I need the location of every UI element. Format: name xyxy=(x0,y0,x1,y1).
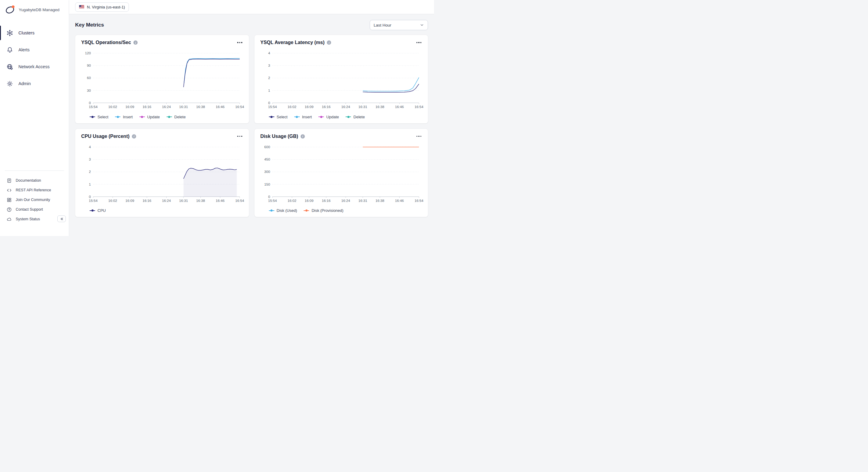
legend-label: Delete xyxy=(353,115,365,119)
chart-canvas: 0123415:5416:0216:0916:1616:2416:3116:38… xyxy=(81,141,243,207)
chevron-down-icon xyxy=(420,23,424,27)
chart-cpu-usage: 0123415:5416:0216:0916:1616:2416:3116:38… xyxy=(81,141,243,207)
svg-text:16:46: 16:46 xyxy=(395,198,404,202)
card-menu-button[interactable] xyxy=(416,40,422,45)
svg-text:300: 300 xyxy=(264,169,270,174)
legend-item-insert[interactable]: Insert xyxy=(115,115,133,119)
yugabytedb-logo-icon xyxy=(4,4,16,15)
legend-label: Insert xyxy=(302,115,312,119)
sidebar-link-join-our-community[interactable]: Join Our Community xyxy=(0,195,69,204)
sidebar-item-clusters[interactable]: Clusters xyxy=(0,25,69,41)
sidebar: YugabyteDB Managed Clusters xyxy=(0,0,69,236)
info-icon[interactable]: i xyxy=(132,134,136,138)
svg-text:120: 120 xyxy=(85,51,91,55)
primary-nav: Clusters Alerts Network Access xyxy=(0,25,69,92)
legend-item-update[interactable]: Update xyxy=(140,115,160,119)
sidebar-link-documentation[interactable]: Documentation xyxy=(0,176,69,185)
sidebar-item-label: Network Access xyxy=(19,64,50,69)
svg-text:1: 1 xyxy=(89,182,91,186)
svg-text:15:54: 15:54 xyxy=(268,105,277,108)
page-title: Key Metrics xyxy=(75,22,104,28)
metric-card-cpu-usage: CPU Usage (Percent) i 0123415:5416:0216:… xyxy=(75,129,249,217)
chart-disk-usage: 015030045060015:5416:0216:0916:1616:2416… xyxy=(260,141,422,207)
clusters-icon xyxy=(6,30,13,36)
card-menu-button[interactable] xyxy=(237,40,243,45)
svg-text:600: 600 xyxy=(264,145,270,149)
metric-card-disk-usage: Disk Usage (GB) i 015030045060015:5416:0… xyxy=(254,129,428,217)
info-icon[interactable]: i xyxy=(301,134,305,138)
legend-item-insert[interactable]: Insert xyxy=(294,115,312,119)
brand-logo-row[interactable]: YugabyteDB Managed xyxy=(0,0,69,18)
svg-text:16:31: 16:31 xyxy=(358,198,367,202)
sidebar-item-label: Clusters xyxy=(19,30,34,35)
legend-item-select[interactable]: Select xyxy=(269,115,288,119)
svg-text:0: 0 xyxy=(89,194,91,198)
legend-item-disk-used[interactable]: Disk (Used) xyxy=(269,208,297,213)
sidebar-link-label: Join Our Community xyxy=(16,198,50,202)
series-marker-icon xyxy=(90,209,95,212)
legend-label: Update xyxy=(147,115,160,119)
series-marker-icon xyxy=(318,116,324,118)
chart-canvas: 030609012015:5416:0216:0916:1616:2416:31… xyxy=(81,47,243,113)
svg-text:15:54: 15:54 xyxy=(89,105,98,108)
svg-text:16:31: 16:31 xyxy=(358,105,367,108)
svg-text:16:24: 16:24 xyxy=(341,198,350,202)
svg-text:16:54: 16:54 xyxy=(414,105,424,108)
region-selector-chip[interactable]: N. Virginia (us-east-1) xyxy=(75,2,129,12)
svg-text:16:02: 16:02 xyxy=(287,198,296,202)
sidebar-collapse-button[interactable] xyxy=(57,216,66,222)
legend-item-select[interactable]: Select xyxy=(90,115,108,119)
chart-legend: SelectInsertUpdateDelete xyxy=(269,115,422,119)
svg-text:16:02: 16:02 xyxy=(108,198,117,202)
svg-text:150: 150 xyxy=(264,182,270,186)
legend-item-delete[interactable]: Delete xyxy=(166,115,186,119)
metric-card-ysql-latency: YSQL Average Latency (ms) i 0123415:5416… xyxy=(254,35,428,123)
series-marker-icon xyxy=(304,209,309,212)
series-marker-icon xyxy=(269,116,274,118)
svg-text:16:38: 16:38 xyxy=(375,105,384,108)
svg-text:16:09: 16:09 xyxy=(126,105,134,108)
info-icon[interactable]: i xyxy=(133,40,137,45)
double-chevron-left-icon xyxy=(60,217,64,221)
legend-label: Select xyxy=(97,115,108,119)
svg-text:16:02: 16:02 xyxy=(287,105,296,108)
sidebar-link-rest-api-reference[interactable]: REST API Reference xyxy=(0,185,69,195)
card-menu-button[interactable] xyxy=(416,134,422,138)
svg-text:16:09: 16:09 xyxy=(305,198,313,202)
sidebar-item-network-access[interactable]: Network Access xyxy=(0,58,69,75)
svg-text:16:38: 16:38 xyxy=(375,198,384,202)
svg-text:16:38: 16:38 xyxy=(196,105,205,108)
metric-card-ysql-operations: YSQL Operations/Sec i 030609012015:5416:… xyxy=(75,35,249,123)
svg-text:16:54: 16:54 xyxy=(414,198,424,202)
svg-text:60: 60 xyxy=(87,76,91,80)
legend-item-delete[interactable]: Delete xyxy=(346,115,365,119)
series-marker-icon xyxy=(294,116,300,118)
time-range-select[interactable]: Last Hour xyxy=(370,20,428,30)
sidebar-item-alerts[interactable]: Alerts xyxy=(0,41,69,58)
sidebar-item-admin[interactable]: Admin xyxy=(0,75,69,92)
svg-text:2: 2 xyxy=(268,76,270,80)
us-flag-icon xyxy=(79,5,84,9)
sidebar-link-contact-support[interactable]: Contact Support xyxy=(0,204,69,214)
series-marker-icon xyxy=(166,116,172,118)
sidebar-link-label: Documentation xyxy=(16,178,41,183)
card-title: YSQL Average Latency (ms) xyxy=(260,40,325,45)
legend-item-cpu[interactable]: CPU xyxy=(90,208,105,213)
metrics-header-row: Key Metrics Last Hour xyxy=(75,20,428,30)
bell-icon xyxy=(6,46,13,54)
metric-cards-grid: YSQL Operations/Sec i 030609012015:5416:… xyxy=(75,35,428,217)
card-header: Disk Usage (GB) i xyxy=(260,134,422,139)
app-root: YugabyteDB Managed Clusters xyxy=(0,0,434,236)
series-marker-icon xyxy=(269,209,274,212)
sidebar-divider xyxy=(5,170,64,171)
card-menu-button[interactable] xyxy=(237,134,243,138)
svg-text:16:02: 16:02 xyxy=(108,105,117,108)
legend-label: Update xyxy=(326,115,339,119)
legend-item-disk-provisioned[interactable]: Disk (Provisioned) xyxy=(304,208,343,213)
chart-canvas: 015030045060015:5416:0216:0916:1616:2416… xyxy=(260,141,422,207)
svg-text:0: 0 xyxy=(89,101,91,105)
info-icon[interactable]: i xyxy=(327,40,331,45)
card-title: CPU Usage (Percent) xyxy=(81,134,129,139)
legend-item-update[interactable]: Update xyxy=(318,115,339,119)
svg-text:16:24: 16:24 xyxy=(162,105,171,108)
